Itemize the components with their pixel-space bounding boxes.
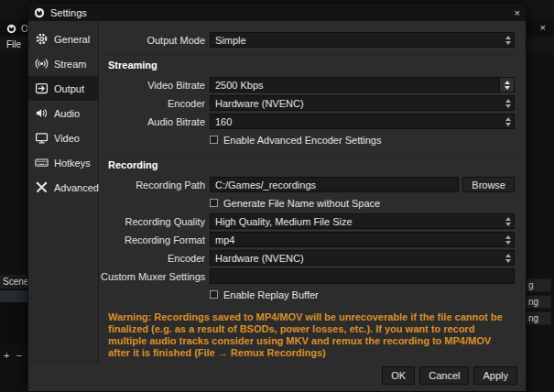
sidebar-item-label: Hotkeys <box>54 158 91 169</box>
sidebar-item-audio[interactable]: Audio <box>28 101 98 125</box>
scene-list-item[interactable] <box>0 290 27 302</box>
recording-quality-label: Recording Quality <box>101 216 205 227</box>
obs-logo-icon <box>6 24 16 34</box>
stream-encoder-value: Hardware (NVENC) <box>215 98 502 109</box>
advanced-encoder-checkbox[interactable] <box>210 136 218 144</box>
apply-button[interactable]: Apply <box>473 366 517 385</box>
broadcast-icon <box>35 57 49 71</box>
output-mode-label: Output Mode <box>101 35 205 46</box>
combo-arrows-icon <box>502 33 514 47</box>
controls-button-fragment[interactable]: ng <box>527 311 551 325</box>
cancel-button[interactable]: Cancel <box>419 366 469 385</box>
streaming-section-header: Streaming <box>108 60 515 71</box>
custom-muxer-input[interactable] <box>210 268 515 284</box>
controls-button-fragment[interactable]: ng <box>527 295 551 309</box>
screen: O × File Scene + − g ng ng Settings × Ge… <box>0 0 554 392</box>
recording-format-select[interactable]: mp4 <box>210 232 515 247</box>
scenes-panel-header: Scene <box>0 275 27 289</box>
recording-quality-select[interactable]: High Quality, Medium File Size <box>210 213 515 229</box>
dialog-title: Settings <box>50 7 87 18</box>
video-bitrate-value: 2500 Kbps <box>215 80 499 91</box>
recording-format-label: Recording Format <box>101 234 205 245</box>
audio-bitrate-select[interactable]: 160 <box>210 114 515 129</box>
output-settings-panel: Output Mode Simple Streaming Video Bitra… <box>99 21 526 364</box>
video-bitrate-label: Video Bitrate <box>101 80 205 91</box>
sidebar-item-label: Output <box>54 83 84 94</box>
crossed-tools-icon <box>35 180 49 194</box>
dialog-footer: OK Cancel Apply <box>28 364 526 391</box>
scenes-toolbar: + − <box>0 348 27 362</box>
settings-titlebar[interactable]: Settings × <box>28 4 526 21</box>
recording-encoder-select[interactable]: Hardware (NVENC) <box>210 250 515 266</box>
section-divider <box>103 54 515 55</box>
combo-arrows-icon <box>502 214 514 228</box>
combo-arrows-icon <box>502 233 514 246</box>
sidebar-item-label: Audio <box>54 108 80 119</box>
sidebar-item-advanced[interactable]: Advanced <box>28 175 98 200</box>
combo-arrows-icon <box>502 96 514 110</box>
recording-encoder-value: Hardware (NVENC) <box>215 253 502 264</box>
recording-path-label: Recording Path <box>101 180 205 191</box>
advanced-encoder-checkbox-row: Enable Advanced Encoder Settings <box>210 132 515 147</box>
recording-path-input[interactable] <box>210 177 459 192</box>
recording-quality-value: High Quality, Medium File Size <box>215 216 502 227</box>
combo-arrows-icon <box>502 114 514 128</box>
sidebar-item-hotkeys[interactable]: Hotkeys <box>28 150 98 175</box>
replay-buffer-checkbox-row: Enable Replay Buffer <box>210 287 515 302</box>
sidebar-item-general[interactable]: General <box>28 27 98 51</box>
speaker-icon <box>35 106 49 120</box>
sidebar-item-output[interactable]: Output <box>28 76 98 101</box>
browse-button[interactable]: Browse <box>462 177 515 192</box>
generate-filename-checkbox[interactable] <box>210 199 218 207</box>
combo-arrows-icon <box>502 251 514 265</box>
sidebar-item-label: Video <box>54 133 80 144</box>
recording-section-header: Recording <box>108 159 515 170</box>
main-window-close-icon[interactable]: × <box>540 22 546 33</box>
settings-sidebar: General Stream Output Audio Video <box>28 21 99 364</box>
audio-bitrate-value: 160 <box>215 116 502 127</box>
keyboard-icon <box>35 156 49 169</box>
spinner-arrows-icon[interactable] <box>499 78 514 92</box>
output-mode-select[interactable]: Simple <box>210 32 515 48</box>
sidebar-item-label: Stream <box>54 59 86 70</box>
advanced-encoder-checkbox-label: Enable Advanced Encoder Settings <box>223 135 381 146</box>
gear-icon <box>35 32 49 46</box>
controls-button-fragment[interactable]: g <box>527 278 551 292</box>
monitor-icon <box>35 131 49 145</box>
sidebar-item-video[interactable]: Video <box>28 125 98 150</box>
mp4-warning-text: Warning: Recordings saved to MP4/MOV wil… <box>108 311 513 359</box>
obs-logo-icon <box>34 7 45 18</box>
menu-file[interactable]: File <box>0 39 27 49</box>
audio-bitrate-label: Audio Bitrate <box>101 116 205 127</box>
dialog-close-icon[interactable]: × <box>496 7 520 18</box>
custom-muxer-label: Custom Muxer Settings <box>101 271 205 282</box>
sidebar-item-label: Advanced <box>54 182 99 193</box>
add-scene-button[interactable]: + <box>4 350 9 361</box>
recording-encoder-label: Encoder <box>101 253 205 264</box>
recording-format-value: mp4 <box>215 234 502 245</box>
section-divider <box>103 154 515 155</box>
replay-buffer-checkbox[interactable] <box>210 290 218 299</box>
output-arrow-icon <box>35 82 49 95</box>
output-mode-value: Simple <box>215 35 502 46</box>
replay-buffer-checkbox-label: Enable Replay Buffer <box>223 289 319 300</box>
remove-scene-button[interactable]: − <box>16 350 21 361</box>
stream-encoder-label: Encoder <box>101 98 205 109</box>
sidebar-item-stream[interactable]: Stream <box>28 51 98 76</box>
stream-encoder-select[interactable]: Hardware (NVENC) <box>210 95 515 111</box>
sidebar-item-label: General <box>54 34 90 45</box>
ok-button[interactable]: OK <box>382 366 415 385</box>
generate-filename-checkbox-row: Generate File Name without Space <box>210 195 515 211</box>
video-bitrate-spinbox[interactable]: 2500 Kbps <box>210 77 515 93</box>
generate-filename-checkbox-label: Generate File Name without Space <box>223 198 380 209</box>
settings-dialog: Settings × General Stream Output <box>27 3 527 392</box>
main-right-dock <box>527 52 554 392</box>
